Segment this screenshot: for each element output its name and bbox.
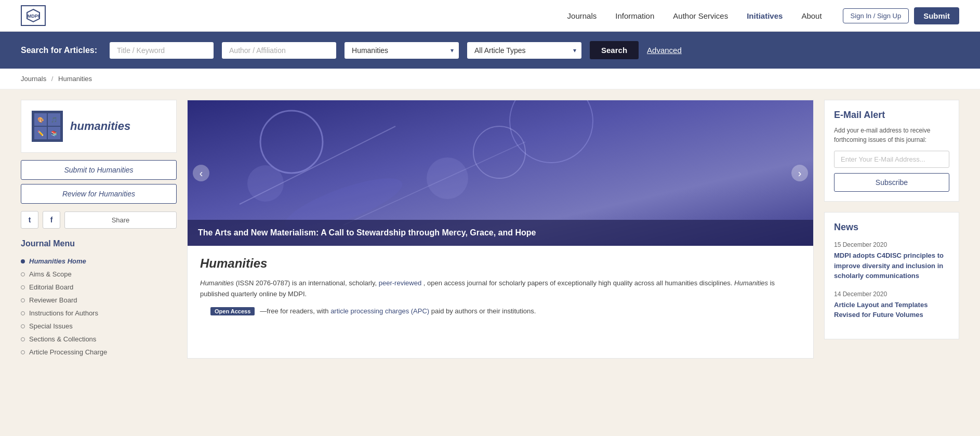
submit-header-button[interactable]: Submit	[914, 7, 959, 24]
email-alert-box: E-Mail Alert Add your e-mail address to …	[824, 100, 959, 202]
content-body: Humanities Humanities (ISSN 2076-0787) i…	[188, 246, 813, 331]
menu-link-editorial[interactable]: Editorial Board	[29, 283, 73, 291]
logo-cell-3: ✏️	[34, 127, 47, 139]
author-affiliation-input[interactable]	[222, 42, 336, 59]
bullet-empty-icon-7	[21, 350, 25, 354]
facebook-button[interactable]: f	[43, 211, 60, 229]
menu-item-apc: Article Processing Charge	[21, 346, 177, 359]
menu-item-instructions: Instructions for Authors	[21, 307, 177, 320]
social-row: t f Share	[21, 211, 177, 229]
search-button[interactable]: Search	[590, 41, 639, 59]
bullet-empty-icon-6	[21, 337, 25, 341]
main-nav: Journals Information Author Services Ini…	[567, 11, 822, 20]
article-type-select[interactable]: All Article Types Research Article Revie…	[467, 42, 581, 59]
menu-link-apc[interactable]: Article Processing Charge	[29, 348, 107, 356]
header-actions: Sign In / Sign Up Submit	[843, 7, 959, 24]
news-item-2: 14 December 2020 Article Layout and Temp…	[834, 290, 949, 320]
journal-logo-area: 🎨 🎵 ✏️ 📚 humanities	[21, 100, 177, 153]
subscribe-button[interactable]: Subscribe	[834, 173, 949, 192]
journal-title-text: humanities	[70, 120, 130, 133]
menu-list: Humanities Home Aims & Scope Editorial B…	[21, 255, 177, 359]
menu-item-aims: Aims & Scope	[21, 268, 177, 281]
journal-menu-title: Journal Menu	[21, 239, 177, 248]
journal-description: Humanities (ISSN 2076-0787) is an intern…	[200, 278, 801, 300]
badge-list: Open Access —free for readers, with arti…	[200, 306, 801, 316]
bullet-empty-icon-5	[21, 324, 25, 328]
breadcrumb-humanities[interactable]: Humanities	[58, 75, 92, 83]
journal-main-text: is an international, scholarly,	[292, 279, 379, 287]
header: MDPI Journals Information Author Service…	[0, 0, 980, 32]
menu-item-special: Special Issues	[21, 320, 177, 333]
menu-item-editorial: Editorial Board	[21, 281, 177, 294]
share-button[interactable]: Share	[64, 212, 177, 229]
logo-box: MDPI	[21, 5, 46, 26]
journal-select[interactable]: Humanities All Journals	[345, 42, 459, 59]
submit-to-humanities-button[interactable]: Submit to Humanities	[21, 160, 177, 180]
news-headline-1: MDPI adopts C4DISC principles to improve…	[834, 250, 949, 281]
review-for-humanities-button[interactable]: Review for Humanities	[21, 184, 177, 204]
email-alert-input[interactable]	[834, 151, 949, 168]
svg-point-8	[247, 165, 284, 202]
nav-journals[interactable]: Journals	[567, 11, 597, 20]
right-sidebar: E-Mail Alert Add your e-mail address to …	[824, 100, 959, 359]
nav-about[interactable]: About	[801, 11, 822, 20]
news-date-1: 15 December 2020	[834, 241, 949, 248]
logo-area: MDPI	[21, 5, 46, 26]
journal-italic-name-2: Humanities	[734, 279, 768, 287]
title-keyword-input[interactable]	[110, 42, 214, 59]
journal-menu: Journal Menu Humanities Home Aims & Scop…	[21, 239, 177, 359]
bullet-empty-icon	[21, 272, 25, 276]
menu-link-special[interactable]: Special Issues	[29, 322, 73, 330]
sidebar-buttons: Submit to Humanities Review for Humaniti…	[21, 160, 177, 204]
left-sidebar: 🎨 🎵 ✏️ 📚 humanities Submit to Humanities…	[21, 100, 177, 359]
news-box: News 15 December 2020 MDPI adopts C4DISC…	[824, 212, 959, 339]
svg-text:MDPI: MDPI	[28, 14, 39, 19]
breadcrumb-journals[interactable]: Journals	[21, 75, 46, 83]
menu-link-sections[interactable]: Sections & Collections	[29, 335, 96, 343]
menu-link-reviewer[interactable]: Reviewer Board	[29, 296, 77, 304]
menu-link-instructions[interactable]: Instructions for Authors	[29, 309, 98, 317]
breadcrumb-separator: /	[51, 75, 54, 83]
svg-point-5	[427, 157, 468, 199]
open-access-text: —free for readers, with article processi…	[260, 306, 536, 316]
carousel-caption: The Arts and New Materialism: A Call to …	[188, 220, 813, 246]
signin-button[interactable]: Sign In / Sign Up	[843, 8, 909, 23]
peer-reviewed-link[interactable]: peer-reviewed	[379, 279, 421, 287]
journal-issn: (ISSN 2076-0787)	[236, 279, 290, 287]
search-label: Search for Articles:	[21, 46, 97, 55]
email-alert-title: E-Mail Alert	[834, 110, 949, 121]
menu-item-sections: Sections & Collections	[21, 333, 177, 346]
advanced-search-button[interactable]: Advanced	[647, 46, 682, 55]
menu-link-aims[interactable]: Aims & Scope	[29, 270, 72, 278]
journal-italic-name: Humanities	[200, 279, 234, 287]
menu-link-home[interactable]: Humanities Home	[29, 257, 86, 265]
news-item-1: 15 December 2020 MDPI adopts C4DISC prin…	[834, 241, 949, 281]
nav-initiatives[interactable]: Initiatives	[747, 11, 783, 20]
twitter-button[interactable]: t	[21, 211, 38, 229]
carousel-next-button[interactable]: ›	[791, 165, 808, 181]
logo-cell-4: 📚	[48, 127, 60, 139]
nav-author-services[interactable]: Author Services	[673, 11, 728, 20]
email-alert-description: Add your e-mail address to receive forth…	[834, 126, 949, 144]
main-content: 🎨 🎵 ✏️ 📚 humanities Submit to Humanities…	[0, 89, 980, 369]
menu-item-reviewer: Reviewer Board	[21, 294, 177, 307]
open-access-badge: Open Access	[210, 307, 255, 315]
carousel-prev-button[interactable]: ‹	[193, 165, 209, 181]
journal-name-heading: Humanities	[200, 256, 801, 271]
news-headline-2: Article Layout and Templates Revised for…	[834, 300, 949, 320]
nav-information[interactable]: Information	[615, 11, 654, 20]
logo-cell-1: 🎨	[34, 113, 47, 126]
breadcrumb: Journals / Humanities	[0, 69, 980, 89]
bullet-empty-icon-4	[21, 311, 25, 315]
mdpi-logo-icon: MDPI	[26, 8, 41, 23]
search-bar: Search for Articles: Humanities All Jour…	[0, 32, 980, 69]
journal-logo-icon: 🎨 🎵 ✏️ 📚	[32, 111, 63, 142]
bullet-icon	[21, 259, 25, 263]
open-access-item: Open Access —free for readers, with arti…	[210, 306, 801, 316]
journal-rest-text: , open access journal for scholarly pape…	[423, 279, 734, 287]
bullet-empty-icon-3	[21, 298, 25, 302]
center-content: ‹ › The Arts and New Materialism: A Call…	[187, 100, 814, 359]
logo-cell-2: 🎵	[48, 113, 60, 126]
apc-link[interactable]: article processing charges (APC)	[330, 307, 429, 315]
menu-item-home: Humanities Home	[21, 255, 177, 268]
